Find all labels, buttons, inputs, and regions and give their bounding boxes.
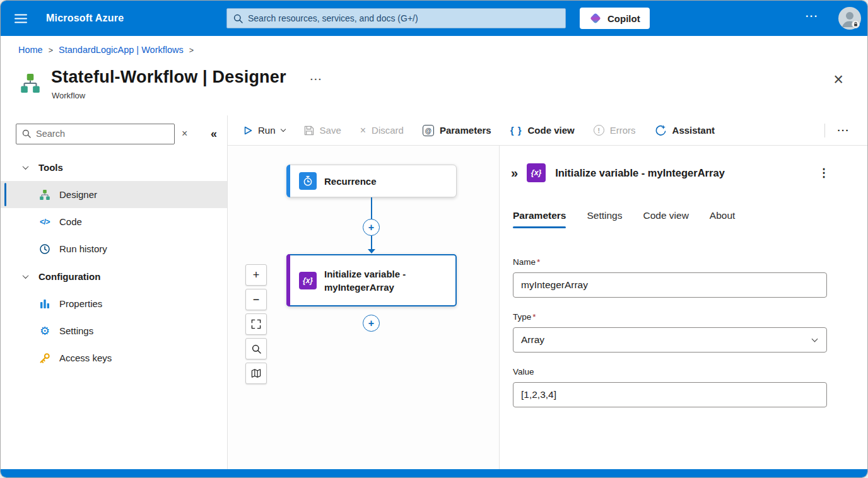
properties-bars-icon <box>38 299 51 309</box>
value-input[interactable] <box>513 382 827 407</box>
sidebar-item-properties[interactable]: Properties <box>1 290 227 317</box>
parameters-button[interactable]: @ Parameters <box>423 125 491 136</box>
toolbar-divider <box>824 124 825 137</box>
collapse-sidebar-icon[interactable]: « <box>211 128 217 139</box>
tab-settings[interactable]: Settings <box>587 210 622 228</box>
zoom-out-button[interactable]: − <box>245 289 267 310</box>
value-label: Value <box>513 367 827 376</box>
sidebar-item-code[interactable]: </> Code <box>1 208 227 235</box>
history-clock-icon <box>38 243 51 255</box>
type-select-value: Array <box>521 334 544 346</box>
sidebar-item-label: Properties <box>59 298 102 309</box>
breadcrumb-separator: > <box>49 45 53 55</box>
add-step-button[interactable]: + <box>363 315 380 332</box>
page-header: Stateful-Workflow | Designer ··· Workflo… <box>1 60 867 115</box>
parameters-form: Name* Type* Array <box>513 257 827 407</box>
map-icon <box>251 368 261 378</box>
save-icon <box>304 125 314 136</box>
azure-portal-window: Microsoft Azure Copilot ··· Home > Stand… <box>0 0 868 478</box>
azure-top-bar: Microsoft Azure Copilot ··· <box>1 1 867 36</box>
sidebar-item-label: Code <box>59 216 82 227</box>
status-bar <box>1 469 867 477</box>
toolbar-more-icon[interactable]: ··· <box>838 125 850 136</box>
section-tools[interactable]: Tools <box>1 153 227 181</box>
name-field-group: Name* <box>513 257 827 298</box>
sidebar-item-run-history[interactable]: Run history <box>1 235 227 262</box>
sidebar-search-input[interactable] <box>36 129 168 139</box>
braces-icon: { } <box>510 125 522 136</box>
workarea: + − <box>228 146 867 469</box>
workflow-icon <box>20 73 41 96</box>
tab-parameters[interactable]: Parameters <box>513 210 566 228</box>
copilot-button[interactable]: Copilot <box>580 8 650 29</box>
type-select[interactable]: Array <box>513 327 827 353</box>
fit-view-button[interactable] <box>245 313 267 335</box>
discard-button[interactable]: × Discard <box>360 125 404 136</box>
page-title: Stateful-Workflow | Designer <box>51 67 286 87</box>
node-recurrence[interactable]: Recurrence <box>286 165 457 197</box>
search-icon <box>22 129 31 138</box>
panel-title: Initialize variable - myIntegerArray <box>555 167 725 179</box>
assistant-sparkle-icon <box>655 124 667 136</box>
global-search-input[interactable] <box>248 13 559 23</box>
assistant-button[interactable]: Assistant <box>655 124 715 136</box>
clear-search-icon[interactable]: × <box>182 129 187 139</box>
search-icon <box>252 344 261 354</box>
panel-header: » {x} Initialize variable - myIntegerArr… <box>511 163 830 182</box>
close-icon[interactable]: × <box>833 71 843 88</box>
sidebar-item-designer[interactable]: Designer <box>1 181 227 208</box>
content-column: Run Save × Discard @ Parameters { } <box>228 115 867 469</box>
topbar-more-icon[interactable]: ··· <box>806 11 818 22</box>
variable-icon: {x} <box>299 272 317 289</box>
connector-arrow <box>368 249 375 254</box>
avatar[interactable] <box>838 7 861 30</box>
tab-about[interactable]: About <box>710 210 736 228</box>
azure-brand[interactable]: Microsoft Azure <box>46 13 124 24</box>
sidebar-item-access-keys[interactable]: Access keys <box>1 344 227 371</box>
code-view-button[interactable]: { } Code view <box>510 125 575 136</box>
collapse-panel-icon[interactable]: » <box>511 166 518 179</box>
panel-menu-icon[interactable]: ⋮ <box>818 166 830 180</box>
required-asterisk: * <box>537 257 540 267</box>
recurrence-clock-icon <box>299 172 317 190</box>
chevron-down-icon <box>23 272 29 279</box>
page-subtitle: Workflow <box>52 91 322 100</box>
canvas-search-button[interactable] <box>245 338 267 359</box>
designer-canvas[interactable]: + − <box>228 146 499 469</box>
fit-view-icon <box>251 319 261 329</box>
title-more-icon[interactable]: ··· <box>310 70 323 85</box>
name-input[interactable] <box>513 272 827 298</box>
node-initialize-variable[interactable]: {x} Initialize variable - myIntegerArray <box>286 254 457 306</box>
errors-button[interactable]: ! Errors <box>594 125 636 136</box>
section-configuration[interactable]: Configuration <box>1 262 227 290</box>
designer-toolbar: Run Save × Discard @ Parameters { } <box>228 115 867 146</box>
breadcrumb-home-link[interactable]: Home <box>18 45 43 55</box>
copilot-icon <box>589 12 602 25</box>
node-accent-bar <box>286 165 290 197</box>
play-icon <box>244 126 252 135</box>
sidebar-item-label: Access keys <box>59 353 112 363</box>
sidebar-item-label: Run history <box>59 243 107 254</box>
value-field-group: Value <box>513 367 827 407</box>
breadcrumb-app-link[interactable]: StandardLogicApp | Workflows <box>59 45 184 55</box>
zoom-in-button[interactable]: + <box>245 264 267 286</box>
discard-x-icon: × <box>360 125 366 136</box>
panel-tabs: Parameters Settings Code view About <box>513 210 830 228</box>
insert-step-button[interactable]: + <box>363 219 380 236</box>
node-accent-bar <box>286 254 290 306</box>
breadcrumb-separator: > <box>189 45 194 55</box>
node-label: Initialize variable - myIntegerArray <box>324 267 448 294</box>
save-button[interactable]: Save <box>304 125 341 136</box>
key-icon <box>38 353 51 364</box>
error-icon: ! <box>594 125 604 136</box>
sidebar-item-settings[interactable]: ⚙ Settings <box>1 317 227 344</box>
tab-code-view[interactable]: Code view <box>643 210 688 228</box>
global-search[interactable] <box>226 8 566 28</box>
sidebar-item-label: Designer <box>59 189 97 200</box>
name-label: Name* <box>513 257 827 267</box>
hamburger-menu-icon[interactable] <box>15 14 27 23</box>
minimap-button[interactable] <box>245 363 267 384</box>
run-button[interactable]: Run <box>244 125 285 136</box>
gear-icon: ⚙ <box>38 325 51 337</box>
sidebar-search[interactable] <box>16 124 175 144</box>
